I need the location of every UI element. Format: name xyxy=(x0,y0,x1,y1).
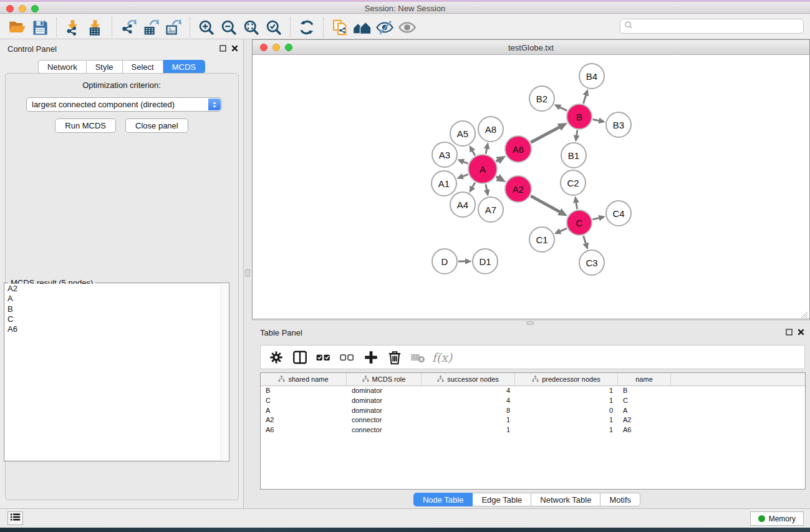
table-row[interactable]: Bdominator41B xyxy=(261,386,805,396)
table-toolbar: f(x) xyxy=(260,345,805,369)
zoom-selected-icon[interactable] xyxy=(263,17,285,37)
graph-node-B1[interactable]: B1 xyxy=(561,142,587,168)
tab-edge-table[interactable]: Edge Table xyxy=(473,493,531,506)
tab-network-table[interactable]: Network Table xyxy=(531,493,600,506)
graph-node-A[interactable]: A xyxy=(468,154,498,184)
refresh-icon[interactable] xyxy=(296,17,318,37)
show-all-icon[interactable] xyxy=(396,17,418,37)
zoom-in-icon[interactable] xyxy=(195,17,218,37)
tab-style[interactable]: Style xyxy=(87,60,123,74)
tab-node-table[interactable]: Node Table xyxy=(413,493,473,506)
import-network-icon[interactable] xyxy=(62,17,84,37)
close-table-panel-icon[interactable] xyxy=(798,329,804,336)
list-icon xyxy=(10,513,21,524)
graph-node-A2[interactable]: A2 xyxy=(504,175,532,203)
graph-node-A8[interactable]: A8 xyxy=(478,116,504,142)
graph-node-C1[interactable]: C1 xyxy=(529,226,555,253)
main-toolbar-icons xyxy=(6,16,418,39)
graph-node-B3[interactable]: B3 xyxy=(605,112,632,138)
column-header-shared-name[interactable]: shared name xyxy=(261,373,347,385)
home-icon[interactable] xyxy=(351,17,374,37)
graph-node-A7[interactable]: A7 xyxy=(478,196,504,223)
window-titlebar: Session: New Session xyxy=(0,0,810,14)
search-input[interactable] xyxy=(635,22,799,31)
network-window-titlebar[interactable]: testGlobe.txt xyxy=(253,40,809,55)
graph-node-C[interactable]: C xyxy=(566,210,592,236)
graph-node-D[interactable]: D xyxy=(432,248,458,274)
column-header-predecessor-nodes[interactable]: predecessor nodes xyxy=(515,373,618,385)
add-column-icon[interactable] xyxy=(359,347,383,367)
tab-mcds[interactable]: MCDS xyxy=(163,60,205,74)
graph-node-A4[interactable]: A4 xyxy=(450,191,476,218)
mcds-result-item[interactable]: C xyxy=(5,314,228,324)
select-all-icon[interactable] xyxy=(312,347,335,367)
mcds-result-item[interactable]: B xyxy=(5,304,228,314)
import-table-icon[interactable] xyxy=(84,17,107,37)
settings-gear-icon[interactable] xyxy=(264,347,288,367)
export-table-icon[interactable] xyxy=(140,17,162,37)
mcds-result-item[interactable]: A6 xyxy=(5,324,228,334)
graph-node-A5[interactable]: A5 xyxy=(450,120,476,147)
mcds-result-item[interactable]: A xyxy=(5,294,228,304)
graph-node-B[interactable]: B xyxy=(566,104,592,130)
column-header-successor-nodes[interactable]: successor nodes xyxy=(422,373,515,385)
memory-status-icon xyxy=(758,515,765,522)
workspace-horizontal-scrollbar[interactable] xyxy=(252,320,810,325)
deselect-all-icon[interactable] xyxy=(335,347,359,367)
search-field[interactable] xyxy=(620,19,804,34)
window-resize-grip[interactable] xyxy=(801,310,808,317)
mcds-result-item[interactable]: A2 xyxy=(5,284,228,294)
zoom-fit-icon[interactable] xyxy=(240,17,263,37)
column-header-MCDS-role[interactable]: MCDS role xyxy=(347,373,422,385)
network-canvas[interactable]: AA1A3A5A8A4A7A6A2BB2B4B3B1CC2C4C1C3DD1 xyxy=(253,56,809,319)
graph-node-C2[interactable]: C2 xyxy=(560,170,586,196)
graph-node-A1[interactable]: A1 xyxy=(431,170,457,196)
toolbar-separator xyxy=(290,17,291,37)
export-network-icon[interactable] xyxy=(117,17,140,37)
graph-node-B4[interactable]: B4 xyxy=(579,63,605,89)
zoom-out-icon[interactable] xyxy=(218,17,240,37)
table-cell: A6 xyxy=(618,425,671,435)
table-cell: 1 xyxy=(515,396,618,406)
graph-node-D1[interactable]: D1 xyxy=(472,248,498,274)
graph-node-B2[interactable]: B2 xyxy=(529,85,555,112)
graph-node-C4[interactable]: C4 xyxy=(605,200,632,226)
table-row[interactable]: Adominator80A xyxy=(261,406,805,416)
search-icon xyxy=(624,21,633,32)
close-panel-button[interactable]: Close panel xyxy=(125,118,188,133)
column-header-name[interactable]: name xyxy=(618,373,671,385)
open-file-icon[interactable] xyxy=(6,17,29,37)
table-cell: connector xyxy=(347,415,422,425)
graph-node-C3[interactable]: C3 xyxy=(579,249,605,276)
table-tabs: Node TableEdge TableNetwork TableMotifs xyxy=(244,493,810,506)
table-cell: A2 xyxy=(261,415,347,425)
toolbar-separator xyxy=(56,17,57,37)
run-mcds-button[interactable]: Run MCDS xyxy=(55,118,116,133)
workspace-vertical-scrollbar[interactable] xyxy=(245,39,251,319)
graph-node-A6[interactable]: A6 xyxy=(504,135,532,163)
dropdown-stepper-icon xyxy=(208,99,221,110)
mcds-result-scrollbar[interactable] xyxy=(221,283,229,461)
table-cell: dominator xyxy=(347,396,422,406)
close-panel-icon[interactable] xyxy=(231,45,238,52)
hierarchy-icon xyxy=(362,375,369,384)
memory-button[interactable]: Memory xyxy=(750,511,804,526)
tab-select[interactable]: Select xyxy=(123,60,163,74)
table-row[interactable]: A6connector11A6 xyxy=(261,425,805,435)
float-panel-icon[interactable] xyxy=(219,45,226,52)
copy-network-icon[interactable] xyxy=(329,17,351,37)
save-session-icon[interactable] xyxy=(29,17,51,37)
tab-network[interactable]: Network xyxy=(38,60,87,74)
delete-column-icon[interactable] xyxy=(383,347,407,367)
task-history-button[interactable] xyxy=(7,511,23,525)
float-table-panel-icon[interactable] xyxy=(786,329,793,336)
tab-motifs[interactable]: Motifs xyxy=(600,493,640,506)
hide-selected-icon[interactable] xyxy=(374,17,396,37)
export-image-icon[interactable] xyxy=(162,17,185,37)
column-layout-icon[interactable] xyxy=(288,347,312,367)
table-row[interactable]: A2connector11A2 xyxy=(261,415,805,425)
graph-node-A3[interactable]: A3 xyxy=(432,142,458,168)
node-table: shared nameMCDS rolesuccessor nodesprede… xyxy=(260,372,806,490)
table-row[interactable]: Cdominator41C xyxy=(261,396,805,406)
optimization-criterion-dropdown[interactable]: largest connected component (directed) xyxy=(26,97,222,112)
